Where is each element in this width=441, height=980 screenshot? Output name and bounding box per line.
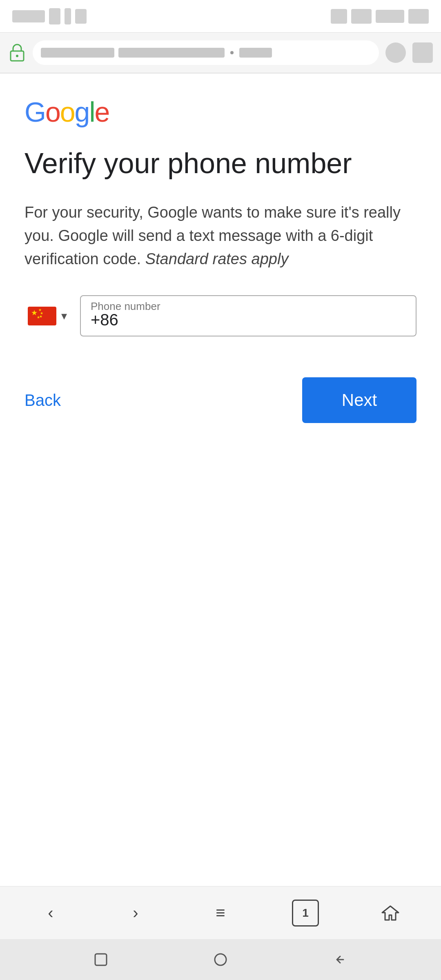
tab-count-badge: 1 xyxy=(292,900,319,927)
status-signal-1 xyxy=(49,8,60,24)
page-description: For your security, Google wants to make … xyxy=(24,201,416,271)
status-signal-2 xyxy=(65,8,71,24)
sys-nav-back-button[interactable] xyxy=(328,947,352,972)
phone-field-label: Phone number xyxy=(91,300,160,313)
status-bar-right xyxy=(331,9,429,24)
status-battery-text xyxy=(376,10,404,23)
nav-menu-icon: ≡ xyxy=(216,904,225,922)
status-bar-left xyxy=(12,8,87,24)
system-nav xyxy=(0,939,441,980)
nav-back-icon: ‹ xyxy=(48,904,53,922)
svg-point-1 xyxy=(16,55,18,57)
logo-o1: o xyxy=(45,96,60,127)
url-dot xyxy=(230,51,234,54)
phone-input-row: ★ ★ ★ ★ ★ ▾ Phone number xyxy=(24,295,416,336)
dropdown-arrow-icon: ▾ xyxy=(61,309,67,323)
bottom-nav: ‹ › ≡ 1 xyxy=(0,886,441,939)
status-network-icon xyxy=(331,9,347,24)
status-signal-3 xyxy=(75,9,87,24)
url-bar[interactable] xyxy=(33,40,379,65)
description-italic: Standard rates apply xyxy=(145,250,289,267)
tab-count-text: 1 xyxy=(302,906,309,920)
logo-o2: o xyxy=(60,96,75,127)
svg-rect-2 xyxy=(95,954,107,965)
sys-nav-recent-button[interactable] xyxy=(89,947,113,972)
country-selector[interactable]: ★ ★ ★ ★ ★ ▾ xyxy=(24,303,70,329)
phone-number-field[interactable]: Phone number xyxy=(80,295,416,336)
home-icon xyxy=(380,903,401,923)
logo-e: e xyxy=(95,96,109,127)
back-button[interactable]: Back xyxy=(24,387,61,414)
nav-tabs-button[interactable]: 1 xyxy=(289,897,322,929)
flag-star-4: ★ xyxy=(37,316,40,319)
browser-action-2[interactable] xyxy=(412,42,433,63)
status-bar xyxy=(0,0,441,33)
lock-icon xyxy=(8,44,26,62)
browser-bar xyxy=(0,33,441,74)
recent-apps-icon xyxy=(92,951,110,969)
svg-point-3 xyxy=(215,954,226,965)
china-flag: ★ ★ ★ ★ ★ xyxy=(28,307,56,325)
status-5g-icon xyxy=(351,9,372,24)
content-spacer xyxy=(24,423,416,870)
url-text-3 xyxy=(239,48,272,58)
google-logo: Google xyxy=(24,98,416,126)
logo-g: G xyxy=(24,96,45,127)
main-content: Google Verify your phone number For your… xyxy=(0,74,441,886)
sys-back-icon xyxy=(331,951,349,969)
sys-nav-home-button[interactable] xyxy=(208,947,233,972)
browser-action-1[interactable] xyxy=(385,42,406,63)
nav-forward-button[interactable]: › xyxy=(119,897,152,929)
sys-home-icon xyxy=(212,951,229,969)
next-button[interactable]: Next xyxy=(302,377,416,423)
logo-l: l xyxy=(89,96,94,127)
nav-forward-icon: › xyxy=(133,904,138,922)
url-text-1 xyxy=(41,48,114,58)
page-title: Verify your phone number xyxy=(24,146,416,180)
button-row: Back Next xyxy=(24,377,416,423)
status-battery-icon xyxy=(408,9,429,24)
nav-home-button[interactable] xyxy=(374,897,407,929)
nav-menu-button[interactable]: ≡ xyxy=(204,897,237,929)
logo-g2: g xyxy=(75,96,89,127)
nav-back-button[interactable]: ‹ xyxy=(34,897,67,929)
status-time xyxy=(12,10,45,22)
url-text-2 xyxy=(118,48,225,58)
